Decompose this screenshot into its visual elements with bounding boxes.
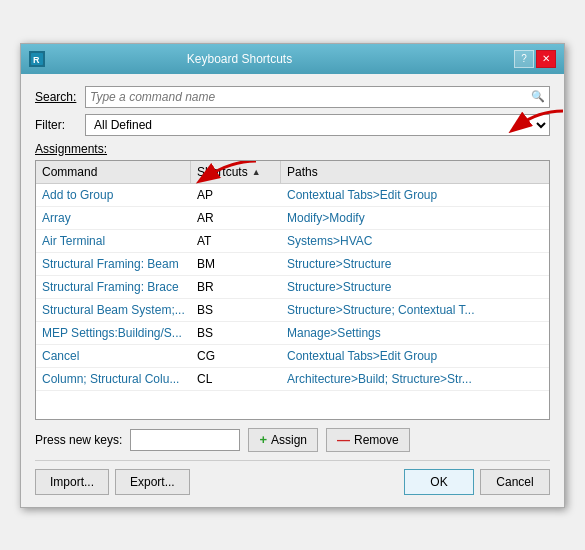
cell-path: Structure>Structure [281,276,549,298]
press-new-keys-input[interactable] [130,429,240,451]
help-button[interactable]: ? [514,50,534,68]
search-input-wrap: 🔍 [85,86,550,108]
table-row[interactable]: Column; Structural Colu... CL Architectu… [36,368,549,391]
cell-shortcut: BS [191,299,281,321]
cell-command: Add to Group [36,184,191,206]
cell-path: Modify>Modify [281,207,549,229]
cell-path: Structure>Structure; Contextual T... [281,299,549,321]
table-row[interactable]: Structural Framing: Beam BM Structure>St… [36,253,549,276]
import-button[interactable]: Import... [35,469,109,495]
search-row: Search: 🔍 [35,86,550,108]
plus-icon: + [259,432,267,447]
header-paths[interactable]: Paths [281,161,549,183]
search-icon: 🔍 [531,90,545,103]
table-row[interactable]: Cancel CG Contextual Tabs>Edit Group [36,345,549,368]
bottom-buttons: Import... Export... OK Cancel [35,469,550,495]
table-row[interactable]: Add to Group AP Contextual Tabs>Edit Gro… [36,184,549,207]
cell-path: Systems>HVAC [281,230,549,252]
cell-shortcut: BS [191,322,281,344]
assignments-label: Assignments: [35,142,550,156]
cell-shortcut: AT [191,230,281,252]
cell-shortcut: BR [191,276,281,298]
cell-path: Architecture>Build; Structure>Str... [281,368,549,390]
divider [35,460,550,461]
ok-button[interactable]: OK [404,469,474,495]
close-button[interactable]: ✕ [536,50,556,68]
remove-button[interactable]: — Remove [326,428,410,452]
table-header: Command Shortcuts ▲ [36,161,549,184]
assignments-table[interactable]: Command Shortcuts ▲ [35,160,550,420]
table-row[interactable]: Structural Framing: Brace BR Structure>S… [36,276,549,299]
cell-path: Contextual Tabs>Edit Group [281,345,549,367]
cell-command: Cancel [36,345,191,367]
assign-button[interactable]: + Assign [248,428,318,452]
cell-command: Structural Beam System;... [36,299,191,321]
header-shortcuts[interactable]: Shortcuts ▲ [191,161,281,183]
cell-command: Column; Structural Colu... [36,368,191,390]
filter-row: Filter: All Defined All Custom [35,114,550,136]
press-new-keys-row: Press new keys: + Assign — Remove [35,428,550,452]
table-row[interactable]: Air Terminal AT Systems>HVAC [36,230,549,253]
press-new-keys-label: Press new keys: [35,433,122,447]
dialog-title: Keyboard Shortcuts [0,52,514,66]
dialog-body: Search: 🔍 Filter: All Defined All Custom [21,74,564,507]
search-label: Search: [35,90,77,104]
export-button[interactable]: Export... [115,469,190,495]
table-row[interactable]: MEP Settings:Building/S... BS Manage>Set… [36,322,549,345]
filter-select[interactable]: All Defined All Custom [85,114,550,136]
table-container: Command Shortcuts ▲ [35,160,550,420]
keyboard-shortcuts-dialog: R Keyboard Shortcuts ? ✕ Search: 🔍 Filte… [20,43,565,508]
sort-arrow-shortcuts: ▲ [252,167,261,177]
header-command[interactable]: Command [36,161,191,183]
cell-path: Contextual Tabs>Edit Group [281,184,549,206]
cell-shortcut: AR [191,207,281,229]
minus-icon: — [337,432,350,447]
cell-shortcut: AP [191,184,281,206]
filter-wrap: All Defined All Custom [85,114,550,136]
table-row[interactable]: Array AR Modify>Modify [36,207,549,230]
cell-path: Manage>Settings [281,322,549,344]
cell-command: Structural Framing: Brace [36,276,191,298]
cell-command: Structural Framing: Beam [36,253,191,275]
title-bar: R Keyboard Shortcuts ? ✕ [21,44,564,74]
cell-path: Structure>Structure [281,253,549,275]
title-bar-controls: ? ✕ [514,50,556,68]
cell-shortcut: CL [191,368,281,390]
cancel-button[interactable]: Cancel [480,469,550,495]
cell-shortcut: CG [191,345,281,367]
filter-label: Filter: [35,118,77,132]
search-input[interactable] [90,90,531,104]
cell-shortcut: BM [191,253,281,275]
cell-command: MEP Settings:Building/S... [36,322,191,344]
cell-command: Air Terminal [36,230,191,252]
table-body: Add to Group AP Contextual Tabs>Edit Gro… [36,184,549,391]
table-row[interactable]: Structural Beam System;... BS Structure>… [36,299,549,322]
cell-command: Array [36,207,191,229]
